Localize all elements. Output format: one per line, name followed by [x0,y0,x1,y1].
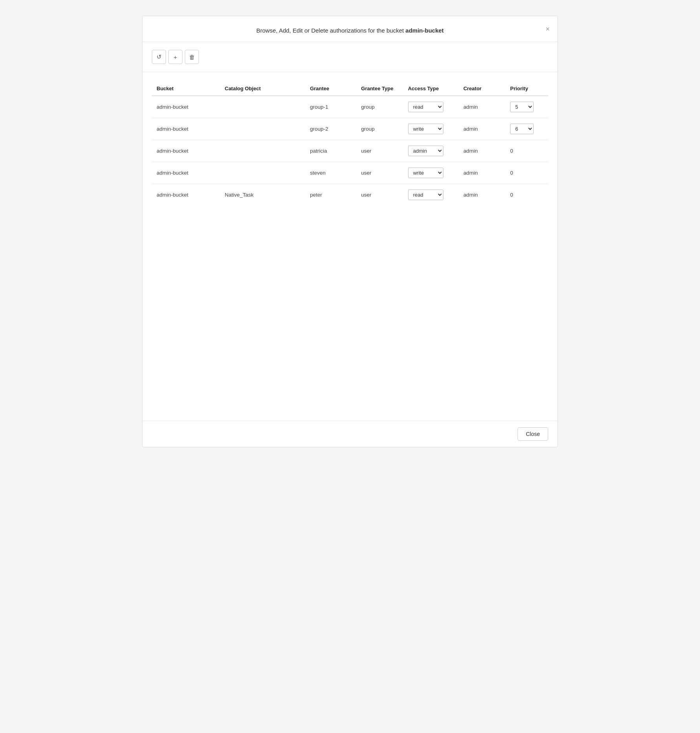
col-header-grantee: Grantee [305,82,356,96]
table-row: admin-bucketstevenuserreadwriteadminadmi… [152,162,548,184]
table-header: Bucket Catalog Object Grantee Grantee Ty… [152,82,548,96]
add-button[interactable]: + [168,50,182,64]
cell-creator: admin [459,162,505,184]
modal-body: Bucket Catalog Object Grantee Grantee Ty… [142,72,558,421]
modal-close-button[interactable]: × [544,24,551,34]
cell-priority: 0 [505,184,548,206]
cell-grantee-type: group [356,96,403,118]
add-icon: + [174,54,177,60]
cell-priority: 0 [505,140,548,162]
table-row: admin-bucketgroup-2groupreadwriteadminad… [152,118,548,140]
cell-access-type[interactable]: readwriteadmin [403,184,459,206]
cell-bucket: admin-bucket [152,184,220,206]
col-header-creator: Creator [459,82,505,96]
cell-access-type[interactable]: readwriteadmin [403,140,459,162]
modal-dialog: Browse, Add, Edit or Delete authorizatio… [142,16,558,447]
table-body: admin-bucketgroup-1groupreadwriteadminad… [152,96,548,206]
priority-select[interactable]: 56 [510,124,534,134]
cell-grantee: group-1 [305,96,356,118]
cell-catalog-object: Native_Task [220,184,305,206]
cell-bucket: admin-bucket [152,118,220,140]
table-row: admin-bucketpatriciauserreadwriteadminad… [152,140,548,162]
modal-bucket-name: admin-bucket [405,27,444,34]
cell-priority[interactable]: 56 [505,118,548,140]
modal-footer: Close [142,421,558,447]
cell-access-type[interactable]: readwriteadmin [403,162,459,184]
cell-grantee-type: group [356,118,403,140]
cell-catalog-object [220,96,305,118]
cell-grantee: group-2 [305,118,356,140]
col-header-priority: Priority [505,82,548,96]
footer-close-button[interactable]: Close [518,427,548,441]
cell-grantee-type: user [356,140,403,162]
cell-bucket: admin-bucket [152,162,220,184]
cell-grantee: steven [305,162,356,184]
col-header-catalog-object: Catalog Object [220,82,305,96]
col-header-bucket: Bucket [152,82,220,96]
modal-title: Browse, Add, Edit or Delete authorizatio… [256,27,444,34]
cell-priority[interactable]: 56 [505,96,548,118]
cell-creator: admin [459,118,505,140]
cell-access-type[interactable]: readwriteadmin [403,96,459,118]
col-header-access-type: Access Type [403,82,459,96]
table-row: admin-bucketgroup-1groupreadwriteadminad… [152,96,548,118]
access-type-select[interactable]: readwriteadmin [408,190,443,200]
cell-catalog-object [220,118,305,140]
refresh-icon: ↺ [157,53,162,60]
delete-button[interactable]: 🗑 [185,50,199,64]
cell-catalog-object [220,140,305,162]
access-type-select[interactable]: readwriteadmin [408,168,443,178]
authorizations-table: Bucket Catalog Object Grantee Grantee Ty… [152,82,548,206]
access-type-select[interactable]: readwriteadmin [408,124,443,134]
refresh-button[interactable]: ↺ [152,50,166,64]
cell-grantee: patricia [305,140,356,162]
cell-priority: 0 [505,162,548,184]
cell-grantee-type: user [356,184,403,206]
access-type-select[interactable]: readwriteadmin [408,146,443,156]
cell-access-type[interactable]: readwriteadmin [403,118,459,140]
cell-grantee-type: user [356,162,403,184]
modal-title-prefix: Browse, Add, Edit or Delete authorizatio… [256,27,405,34]
cell-catalog-object [220,162,305,184]
toolbar: ↺ + 🗑 [142,42,558,72]
col-header-grantee-type: Grantee Type [356,82,403,96]
table-row: admin-bucketNative_Taskpeteruserreadwrit… [152,184,548,206]
delete-icon: 🗑 [189,54,195,60]
cell-creator: admin [459,184,505,206]
cell-grantee: peter [305,184,356,206]
cell-bucket: admin-bucket [152,140,220,162]
modal-header: Browse, Add, Edit or Delete authorizatio… [142,16,558,42]
cell-creator: admin [459,140,505,162]
cell-creator: admin [459,96,505,118]
access-type-select[interactable]: readwriteadmin [408,102,443,112]
cell-bucket: admin-bucket [152,96,220,118]
priority-select[interactable]: 56 [510,102,534,112]
modal-overlay: Browse, Add, Edit or Delete authorizatio… [0,0,700,733]
